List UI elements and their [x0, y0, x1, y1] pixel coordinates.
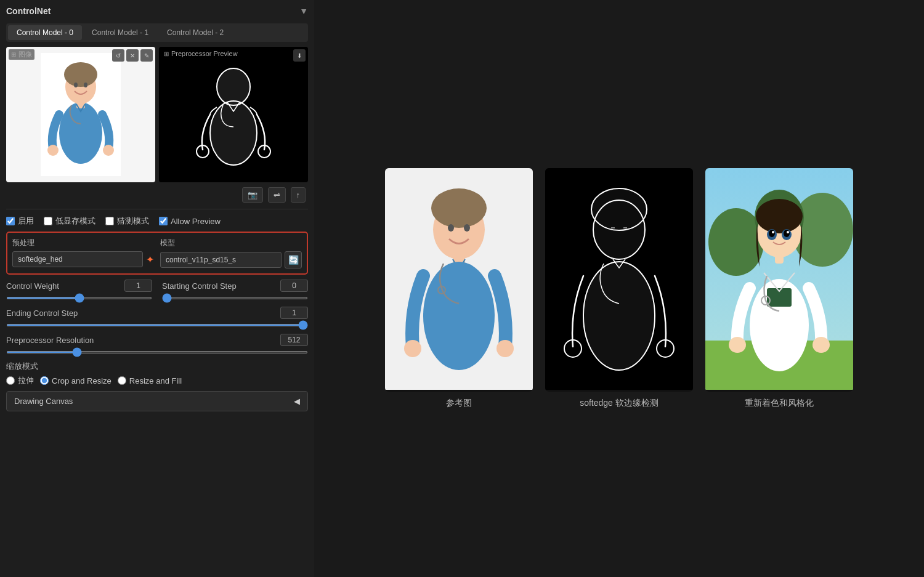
preprocessor-label: 预处理: [12, 238, 154, 248]
svg-rect-52: [775, 254, 784, 264]
camera-button[interactable]: 📷: [242, 187, 263, 203]
weight-step-row: Control Weight 1 Starting Control Step 0: [6, 280, 308, 302]
control-weight-header: Control Weight 1: [6, 280, 152, 292]
tab-control-model-1[interactable]: Control Model - 1: [83, 25, 157, 40]
zoom-mode-section: 缩放模式 拉伸 Crop and Resize Resize and Fill: [6, 361, 308, 386]
zoom-crop-radio[interactable]: Crop and Resize: [40, 376, 111, 385]
left-panel: ControlNet ▼ Control Model - 0 Control M…: [0, 0, 314, 577]
guess-mode-checkbox[interactable]: 猜测模式: [105, 216, 149, 227]
svg-point-20: [464, 224, 470, 232]
preview-image-controls: ⬇: [293, 49, 306, 62]
svg-point-6: [47, 145, 59, 156]
control-weight-value: 1: [124, 280, 152, 292]
result-images: 参考图: [385, 168, 853, 409]
drawing-canvas-button[interactable]: Drawing Canvas ◀: [6, 391, 308, 411]
action-buttons-row: 📷 ⇌ ↑: [6, 187, 308, 203]
model-select[interactable]: control_v11p_sd15_s control_v11e_sd15_ip…: [160, 252, 282, 268]
guess-mode-input[interactable]: [105, 217, 114, 225]
zoom-stretch-input[interactable]: [6, 376, 15, 385]
zoom-mode-radio-group: 拉伸 Crop and Resize Resize and Fill: [6, 375, 308, 386]
model-label: 模型: [160, 238, 302, 248]
preview-image-box: ⊞ Preprocessor Preview ⬇: [159, 47, 308, 182]
source-image-label: ⊞ 图像: [9, 49, 34, 60]
svg-point-54: [813, 337, 830, 353]
model-select-wrapper: control_v11p_sd15_s control_v11e_sd15_ip…: [160, 251, 302, 268]
low-vram-checkbox[interactable]: 低显存模式: [44, 216, 95, 227]
model-col: 模型 control_v11p_sd15_s control_v11e_sd15…: [160, 238, 302, 268]
svg-point-48: [769, 230, 775, 237]
source-image-controls: ↺ ✕ ✎: [112, 49, 153, 62]
preprocessor-col: 预处理 softedge_hed softedge_hedsafe softed…: [12, 238, 154, 268]
zoom-crop-input[interactable]: [40, 376, 49, 385]
resolution-label: Preprocessor Resolution: [6, 336, 94, 345]
zoom-mode-label: 缩放模式: [6, 361, 308, 372]
fire-icon: ✦: [146, 254, 154, 265]
result-item-anime: 重新着色和风格化: [705, 168, 853, 409]
preprocessor-select-wrapper: softedge_hed softedge_hedsafe softedge_p…: [12, 251, 154, 267]
svg-point-3: [64, 62, 97, 87]
starting-step-col: Starting Control Step 0: [162, 280, 308, 302]
drawing-canvas-label: Drawing Canvas: [14, 397, 73, 406]
reference-image-container: [385, 168, 533, 392]
starting-step-label: Starting Control Step: [162, 281, 237, 291]
options-checkboxes: 启用 低显存模式 猜测模式 Allow Preview: [6, 216, 308, 227]
panel-header: ControlNet ▼: [6, 6, 308, 16]
low-vram-input[interactable]: [44, 217, 52, 225]
starting-step-header: Starting Control Step 0: [162, 280, 308, 292]
panel-title: ControlNet: [6, 6, 51, 16]
ending-step-label: Ending Control Step: [6, 309, 78, 318]
edge-image: [545, 168, 693, 390]
anime-image-container: [705, 168, 853, 392]
edge-label: softedge 软边缘检测: [580, 398, 659, 409]
model-tabs: Control Model - 0 Control Model - 1 Cont…: [6, 23, 308, 42]
preview-image-content: [159, 47, 308, 182]
allow-preview-input[interactable]: [159, 217, 168, 225]
ending-step-group: Ending Control Step 1: [6, 307, 308, 329]
drawing-canvas-arrow: ◀: [294, 397, 300, 406]
svg-point-22: [423, 262, 495, 370]
svg-point-18: [431, 188, 487, 228]
svg-point-23: [404, 340, 421, 357]
ending-step-slider[interactable]: [6, 324, 308, 326]
result-item-reference: 参考图: [385, 168, 533, 409]
svg-point-7: [103, 145, 114, 156]
preprocessor-select[interactable]: softedge_hed softedge_hedsafe softedge_p…: [12, 251, 143, 267]
anime-label: 重新着色和风格化: [745, 398, 814, 409]
control-weight-col: Control Weight 1: [6, 280, 152, 302]
reference-image: [385, 168, 533, 390]
svg-point-4: [74, 83, 78, 87]
model-refresh-button[interactable]: 🔄: [285, 251, 302, 268]
enable-checkbox[interactable]: 启用: [6, 216, 34, 227]
preview-image-label: ⊞ Preprocessor Preview: [161, 49, 240, 58]
enable-input[interactable]: [6, 217, 15, 225]
panel-collapse-icon[interactable]: ▼: [299, 6, 308, 16]
resolution-header: Preprocessor Resolution 512: [6, 334, 308, 346]
zoom-stretch-radio[interactable]: 拉伸: [6, 375, 34, 386]
control-weight-label: Control Weight: [6, 281, 59, 291]
result-item-edge: softedge 软边缘检测: [545, 168, 693, 409]
source-image-box: ⊞ 图像 ↺ ✕ ✎: [6, 47, 155, 182]
source-refresh-button[interactable]: ↺: [112, 49, 124, 62]
svg-point-53: [729, 337, 746, 353]
image-preview-row: ⊞ 图像 ↺ ✕ ✎: [6, 47, 308, 182]
starting-step-slider[interactable]: [162, 297, 308, 299]
preview-download-button[interactable]: ⬇: [293, 49, 306, 62]
svg-point-50: [772, 231, 774, 233]
source-edit-button[interactable]: ✎: [140, 49, 153, 62]
resolution-slider[interactable]: [6, 351, 308, 353]
zoom-fill-input[interactable]: [118, 376, 126, 385]
zoom-fill-radio[interactable]: Resize and Fill: [118, 376, 182, 385]
source-close-button[interactable]: ✕: [126, 49, 139, 62]
swap-button[interactable]: ⇌: [268, 187, 286, 203]
starting-step-value: 0: [280, 280, 308, 292]
tab-control-model-2[interactable]: Control Model - 2: [158, 25, 232, 40]
resolution-group: Preprocessor Resolution 512: [6, 334, 308, 356]
model-row: 预处理 softedge_hed softedge_hedsafe softed…: [12, 238, 302, 268]
svg-point-45: [756, 199, 803, 233]
right-panel: 参考图: [314, 0, 924, 577]
control-weight-slider[interactable]: [6, 297, 152, 299]
svg-point-51: [787, 231, 789, 233]
tab-control-model-0[interactable]: Control Model - 0: [8, 25, 82, 40]
upload-button[interactable]: ↑: [291, 187, 306, 203]
allow-preview-checkbox[interactable]: Allow Preview: [159, 217, 221, 226]
